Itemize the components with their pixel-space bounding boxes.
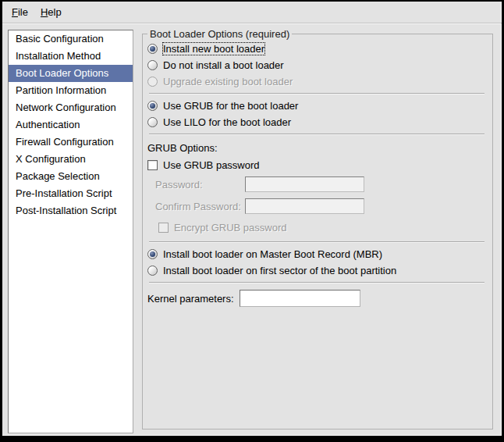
radio-upgrade-existing xyxy=(147,77,158,87)
radio-label: Use GRUB for the boot loader xyxy=(163,100,298,112)
sidebar-item-partition-information[interactable]: Partition Information xyxy=(9,82,133,99)
radio-row-install-new-boot-loader[interactable]: Install new boot loader xyxy=(147,41,486,57)
checkbox-row-encrypt-grub-password: Encrypt GRUB password xyxy=(158,219,486,236)
radio-row-install-first-sector[interactable]: Install boot loader on first sector of t… xyxy=(147,262,486,279)
kernel-parameters-row: Kernel parameters: xyxy=(147,287,486,310)
radio-row-use-lilo[interactable]: Use LILO for the boot loader xyxy=(147,114,486,130)
sidebar-item-basic-configuration[interactable]: Basic Configuration xyxy=(9,30,133,48)
menu-bar: File Help xyxy=(2,2,502,23)
kernel-parameters-field[interactable] xyxy=(240,290,360,307)
password-field[interactable] xyxy=(245,176,364,192)
kernel-parameters-label: Kernel parameters: xyxy=(147,293,234,305)
password-label: Password: xyxy=(155,179,245,191)
section-list: Basic Configuration Installation Method … xyxy=(8,30,133,433)
sidebar-item-installation-method[interactable]: Installation Method xyxy=(9,48,133,65)
radio-row-upgrade-existing: Upgrade existing boot loader xyxy=(147,73,486,90)
sidebar-item-pre-installation-script[interactable]: Pre-Installation Script xyxy=(9,185,133,202)
checkbox-label: Use GRUB password xyxy=(163,159,260,171)
radio-row-do-not-install[interactable]: Do not install a boot loader xyxy=(147,57,486,73)
radio-label: Install boot loader on first sector of t… xyxy=(163,265,396,276)
radio-row-install-mbr[interactable]: Install boot loader on Master Boot Recor… xyxy=(147,246,486,262)
confirm-password-row: Confirm Password: xyxy=(155,195,486,217)
radio-install-mbr[interactable] xyxy=(147,249,158,259)
separator xyxy=(149,282,484,283)
sidebar-item-package-selection[interactable]: Package Selection xyxy=(9,168,133,185)
radio-install-new-boot-loader[interactable] xyxy=(147,44,158,54)
radio-label: Upgrade existing boot loader xyxy=(163,76,293,87)
separator xyxy=(149,134,484,135)
sidebar-item-boot-loader-options[interactable]: Boot Loader Options xyxy=(9,65,133,82)
radio-label: Do not install a boot loader xyxy=(163,59,284,71)
menu-help[interactable]: Help xyxy=(34,2,68,23)
separator xyxy=(149,93,484,94)
sidebar-item-x-configuration[interactable]: X Configuration xyxy=(9,151,133,168)
boot-loader-options-group: Boot Loader Options (required) Install n… xyxy=(142,28,493,430)
sidebar-item-authentication[interactable]: Authentication xyxy=(9,116,133,134)
radio-use-lilo[interactable] xyxy=(147,117,158,127)
sidebar-item-post-installation-script[interactable]: Post-Installation Script xyxy=(9,202,133,219)
checkbox-encrypt-grub-password xyxy=(158,223,169,233)
sidebar-item-network-configuration[interactable]: Network Configuration xyxy=(9,99,133,116)
app-window: { "menubar": { "items": [ { "label": "Fi… xyxy=(0,0,504,442)
menu-file[interactable]: File xyxy=(5,2,34,23)
confirm-password-field[interactable] xyxy=(245,198,364,214)
radio-label: Use LILO for the boot loader xyxy=(163,116,291,128)
radio-do-not-install[interactable] xyxy=(147,60,158,70)
separator xyxy=(149,241,484,243)
group-title: Boot Loader Options (required) xyxy=(147,28,292,40)
application-frame: File Help Basic Configuration Installati… xyxy=(2,2,502,436)
password-row: Password: xyxy=(155,173,486,195)
radio-label: Install new boot loader xyxy=(163,43,264,55)
confirm-password-label: Confirm Password: xyxy=(155,201,245,212)
checkbox-use-grub-password[interactable] xyxy=(147,160,158,170)
grub-options-label: GRUB Options: xyxy=(147,138,486,157)
sidebar-item-firewall-configuration[interactable]: Firewall Configuration xyxy=(9,134,133,151)
checkbox-label: Encrypt GRUB password xyxy=(174,222,287,233)
radio-row-use-grub[interactable]: Use GRUB for the boot loader xyxy=(147,98,486,114)
radio-label: Install boot loader on Master Boot Recor… xyxy=(163,248,382,260)
radio-use-grub[interactable] xyxy=(147,101,158,111)
checkbox-row-use-grub-password[interactable]: Use GRUB password xyxy=(147,157,486,173)
radio-install-first-sector[interactable] xyxy=(147,266,158,276)
